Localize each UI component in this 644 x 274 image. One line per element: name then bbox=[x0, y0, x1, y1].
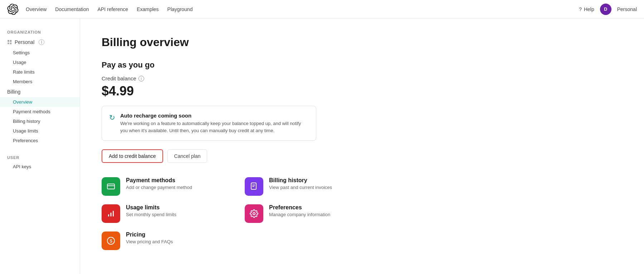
pricing-text: Pricing View pricing and FAQs bbox=[126, 231, 173, 244]
user-avatar[interactable]: D bbox=[600, 4, 611, 15]
pricing-desc: View pricing and FAQs bbox=[126, 239, 173, 244]
page-title: Billing overview bbox=[102, 36, 452, 49]
credit-amount: $4.99 bbox=[102, 84, 452, 99]
help-button[interactable]: ? Help bbox=[579, 6, 594, 12]
recharge-icon: ↻ bbox=[109, 113, 115, 122]
sidebar-org[interactable]: ☷ Personal i bbox=[0, 36, 80, 48]
feature-cards: Payment methods Add or change payment me… bbox=[102, 177, 374, 250]
payment-methods-desc: Add or change payment method bbox=[126, 185, 192, 190]
action-buttons: Add to credit balance Cancel plan bbox=[102, 149, 452, 163]
preferences-title: Preferences bbox=[269, 204, 330, 211]
svg-rect-0 bbox=[107, 184, 114, 189]
logo[interactable] bbox=[7, 4, 19, 15]
topnav-right: ? Help D Personal bbox=[579, 4, 637, 15]
org-section-label: ORGANIZATION bbox=[0, 26, 80, 36]
sidebar-rate-limits[interactable]: Rate limits bbox=[0, 67, 80, 77]
credit-label: Credit balance i bbox=[102, 75, 452, 81]
usage-limits-text: Usage limits Set monthly spend limits bbox=[126, 204, 176, 217]
pricing-title: Pricing bbox=[126, 231, 173, 238]
add-credit-button[interactable]: Add to credit balance bbox=[102, 149, 163, 163]
sidebar-api-keys[interactable]: API keys bbox=[0, 162, 80, 171]
nav-links: Overview Documentation API reference Exa… bbox=[26, 6, 579, 12]
help-icon: ? bbox=[579, 6, 582, 12]
page-layout: ORGANIZATION ☷ Personal i Settings Usage… bbox=[0, 0, 644, 274]
preferences-icon bbox=[245, 204, 263, 223]
nav-api-reference[interactable]: API reference bbox=[98, 6, 128, 12]
banner-title: Auto recharge coming soon bbox=[120, 113, 309, 119]
preferences-text: Preferences Manage company information bbox=[269, 204, 330, 217]
sidebar-usage-limits[interactable]: Usage limits bbox=[0, 126, 80, 136]
billing-history-icon bbox=[245, 177, 263, 196]
sidebar-billing-overview[interactable]: Overview bbox=[0, 97, 80, 107]
sidebar-preferences[interactable]: Preferences bbox=[0, 136, 80, 145]
banner-desc: We're working on a feature to automatica… bbox=[120, 120, 309, 134]
usage-limits-title: Usage limits bbox=[126, 204, 176, 211]
auto-recharge-banner: ↻ Auto recharge coming soon We're workin… bbox=[102, 106, 316, 141]
usage-limits-card[interactable]: Usage limits Set monthly spend limits bbox=[102, 204, 230, 223]
nav-overview[interactable]: Overview bbox=[26, 6, 47, 12]
plan-label: Pay as you go bbox=[102, 60, 452, 70]
billing-history-desc: View past and current invoices bbox=[269, 185, 332, 190]
sidebar-org-label: Personal bbox=[15, 39, 34, 45]
svg-rect-6 bbox=[111, 213, 112, 216]
svg-rect-4 bbox=[252, 186, 254, 187]
svg-point-8 bbox=[253, 213, 255, 215]
user-name[interactable]: Personal bbox=[617, 6, 637, 12]
sidebar: ORGANIZATION ☷ Personal i Settings Usage… bbox=[0, 19, 80, 274]
cancel-plan-button[interactable]: Cancel plan bbox=[167, 149, 208, 163]
payment-methods-text: Payment methods Add or change payment me… bbox=[126, 177, 192, 190]
sidebar-settings[interactable]: Settings bbox=[0, 48, 80, 58]
usage-limits-desc: Set monthly spend limits bbox=[126, 212, 176, 217]
preferences-desc: Manage company information bbox=[269, 212, 330, 217]
sidebar-members[interactable]: Members bbox=[0, 77, 80, 86]
sidebar-billing-history[interactable]: Billing history bbox=[0, 116, 80, 126]
user-section-label: USER bbox=[0, 151, 80, 162]
nav-documentation[interactable]: Documentation bbox=[55, 6, 89, 12]
sidebar-payment-methods[interactable]: Payment methods bbox=[0, 107, 80, 116]
nav-examples[interactable]: Examples bbox=[137, 6, 158, 12]
preferences-card[interactable]: Preferences Manage company information bbox=[245, 204, 374, 223]
pricing-icon: $ bbox=[102, 231, 120, 250]
help-label: Help bbox=[584, 6, 594, 12]
svg-rect-3 bbox=[252, 185, 255, 185]
payment-methods-card[interactable]: Payment methods Add or change payment me… bbox=[102, 177, 230, 196]
sidebar-billing-parent[interactable]: Billing bbox=[0, 86, 80, 97]
billing-history-text: Billing history View past and current in… bbox=[269, 177, 332, 190]
payment-methods-title: Payment methods bbox=[126, 177, 192, 184]
svg-text:$: $ bbox=[109, 238, 112, 244]
main-content: Billing overview Pay as you go Credit ba… bbox=[80, 19, 474, 274]
svg-rect-7 bbox=[113, 211, 114, 216]
info-icon: i bbox=[39, 39, 44, 45]
org-icon: ☷ bbox=[7, 39, 12, 45]
top-navigation: Overview Documentation API reference Exa… bbox=[0, 0, 644, 19]
svg-rect-5 bbox=[108, 214, 109, 216]
billing-history-title: Billing history bbox=[269, 177, 332, 184]
billing-history-card[interactable]: Billing history View past and current in… bbox=[245, 177, 374, 196]
payment-methods-icon bbox=[102, 177, 120, 196]
sidebar-usage[interactable]: Usage bbox=[0, 58, 80, 67]
nav-playground[interactable]: Playground bbox=[167, 6, 193, 12]
pricing-card[interactable]: $ Pricing View pricing and FAQs bbox=[102, 231, 230, 250]
usage-limits-icon bbox=[102, 204, 120, 223]
credit-info-icon[interactable]: i bbox=[138, 76, 144, 81]
banner-content: Auto recharge coming soon We're working … bbox=[120, 113, 309, 134]
